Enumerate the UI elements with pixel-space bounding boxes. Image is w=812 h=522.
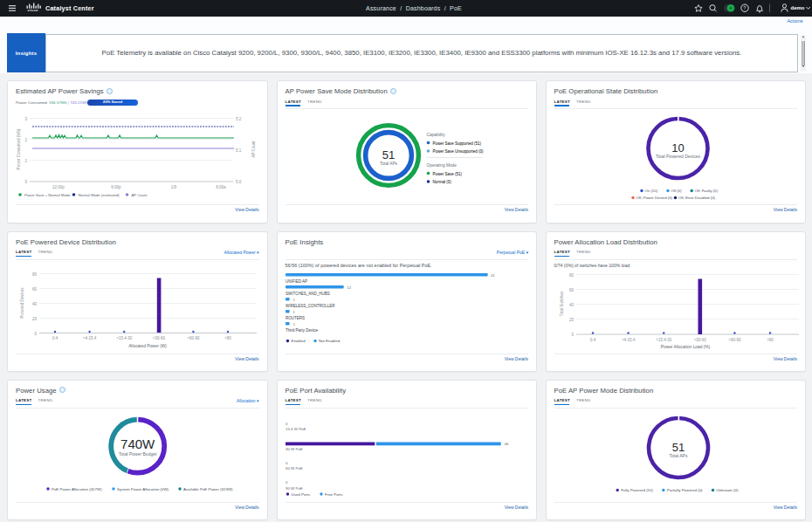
svg-text:5.2: 5.2	[236, 117, 242, 121]
svg-text:>90: >90	[224, 336, 231, 340]
svg-text:Operating Mode: Operating Mode	[426, 163, 457, 168]
svg-text:Total APs: Total APs	[380, 161, 398, 166]
svg-text:Enabled: Enabled	[291, 339, 306, 343]
svg-text:>4-15.4: >4-15.4	[621, 337, 635, 341]
svg-text:>90: >90	[767, 337, 774, 341]
svg-text:>15.4-30: >15.4-30	[116, 336, 132, 340]
svg-text:Power Allocation Load (%): Power Allocation Load (%)	[660, 345, 710, 349]
svg-text:Total Power Budget: Total Power Budget	[119, 450, 157, 456]
svg-text:6:00a: 6:00a	[216, 185, 226, 189]
svg-text:AP Count: AP Count	[132, 193, 148, 197]
svg-text:Total Powered Devices: Total Powered Devices	[656, 154, 700, 159]
svg-text:5.0: 5.0	[236, 180, 242, 184]
svg-text:3: 3	[24, 117, 27, 121]
svg-text:Power Consumed (Wh): Power Consumed (Wh)	[17, 128, 21, 169]
svg-text:0: 0	[286, 480, 288, 484]
svg-text:Powered Devices: Powered Devices	[20, 286, 24, 318]
svg-text:20: 20	[32, 316, 38, 320]
svg-text:Capability: Capability	[426, 133, 445, 137]
svg-text:0: 0	[286, 460, 288, 464]
svg-text:Free Ports: Free Ports	[325, 491, 343, 496]
svg-text:40: 40	[568, 302, 574, 306]
svg-text:ROUTERS: ROUTERS	[286, 315, 305, 319]
svg-text:2: 2	[24, 138, 27, 142]
svg-text:0: 0	[34, 331, 37, 335]
svg-text:1: 1	[24, 159, 27, 163]
svg-text:Power Save Unsupported (0): Power Save Unsupported (0)	[432, 149, 484, 154]
svg-text:12: 12	[347, 285, 351, 290]
svg-text:>4-15.4: >4-15.4	[83, 336, 97, 340]
svg-text:>60-90: >60-90	[728, 337, 741, 341]
svg-text:80: 80	[568, 272, 574, 277]
svg-text:Off (0): Off (0)	[671, 189, 682, 193]
svg-text:Third Party Device: Third Party Device	[286, 327, 319, 332]
svg-text:5.1: 5.1	[236, 148, 242, 153]
svg-text:>30-60: >30-60	[153, 336, 166, 340]
svg-text:Power Save Supported (51): Power Save Supported (51)	[432, 141, 481, 146]
svg-text:51: 51	[671, 440, 684, 453]
svg-text:PoE Power Allocation (417W): PoE Power Allocation (417W)	[52, 486, 102, 491]
svg-text:10: 10	[671, 141, 684, 155]
svg-text:Fully Powered (51): Fully Powered (51)	[621, 488, 653, 492]
svg-text:740W: 740W	[120, 436, 155, 450]
svg-text:30 W PoE: 30 W PoE	[286, 446, 303, 450]
svg-text:>60-90: >60-90	[187, 336, 200, 340]
svg-text:WIRELESS_CONTROLLER: WIRELESS_CONTROLLER	[286, 303, 335, 307]
svg-text:1: 1	[292, 310, 295, 314]
svg-text:>30-60: >30-60	[693, 337, 706, 341]
svg-text:Not Enabled: Not Enabled	[319, 339, 341, 343]
svg-text:0: 0	[571, 333, 574, 337]
svg-text:Normal (0): Normal (0)	[432, 180, 451, 184]
svg-text:Available PoE Power (323W): Available PoE Power (323W)	[183, 486, 233, 491]
svg-text:51: 51	[382, 148, 394, 161]
svg-text:60: 60	[568, 287, 574, 292]
svg-text:Off, Power Denied (0): Off, Power Denied (0)	[636, 196, 672, 200]
svg-text:60 W PoE: 60 W PoE	[286, 466, 303, 470]
svg-text:12:00p: 12:00p	[52, 185, 65, 189]
svg-text:On (10): On (10)	[644, 189, 657, 193]
svg-text:0-4: 0-4	[52, 336, 58, 340]
svg-text:6:00p: 6:00p	[111, 185, 121, 189]
svg-text:60: 60	[32, 286, 38, 291]
svg-text:1: 1	[292, 298, 295, 302]
svg-text:Power Save (51): Power Save (51)	[432, 172, 462, 176]
svg-text:1/9: 1/9	[171, 185, 177, 189]
svg-text:46: 46	[504, 441, 508, 445]
svg-text:80: 80	[32, 271, 38, 276]
svg-text:System Power Allocation (0W): System Power Allocation (0W)	[117, 486, 169, 491]
svg-text:90 W PoE: 90 W PoE	[286, 485, 303, 490]
svg-text:15.4 W PoE: 15.4 W PoE	[286, 427, 306, 431]
svg-text:Allocated Power (W): Allocated Power (W)	[128, 344, 167, 348]
svg-text:>15.4-30: >15.4-30	[656, 337, 671, 341]
svg-text:AP Count: AP Count	[251, 141, 256, 158]
svg-text:0-4: 0-4	[589, 337, 595, 341]
svg-text:Partially Powered (0): Partially Powered (0)	[666, 488, 702, 492]
svg-text:Power Save + Normal Mode: Power Save + Normal Mode	[24, 193, 71, 197]
svg-text:Total Switches: Total Switches	[560, 290, 564, 316]
svg-text:0: 0	[24, 180, 27, 184]
svg-text:Off, Faulty (0): Off, Faulty (0)	[694, 189, 718, 193]
svg-text:1: 1	[292, 322, 295, 326]
svg-text:Normal Mode (estimated): Normal Mode (estimated)	[79, 193, 120, 197]
svg-text:41: 41	[491, 272, 495, 277]
svg-text:0: 0	[286, 421, 288, 425]
svg-text:UNIFIED AP: UNIFIED AP	[286, 278, 307, 283]
svg-text:Unknown (0): Unknown (0)	[716, 488, 738, 492]
svg-text:Used Ports: Used Ports	[291, 491, 311, 496]
svg-text:SWITCHES_AND_HUBS: SWITCHES_AND_HUBS	[286, 291, 330, 295]
svg-text:Total APs: Total APs	[669, 453, 687, 458]
svg-text:20: 20	[568, 317, 574, 321]
svg-text:Off, Error Disabled (0): Off, Error Disabled (0)	[678, 196, 716, 200]
svg-text:40: 40	[32, 301, 38, 306]
